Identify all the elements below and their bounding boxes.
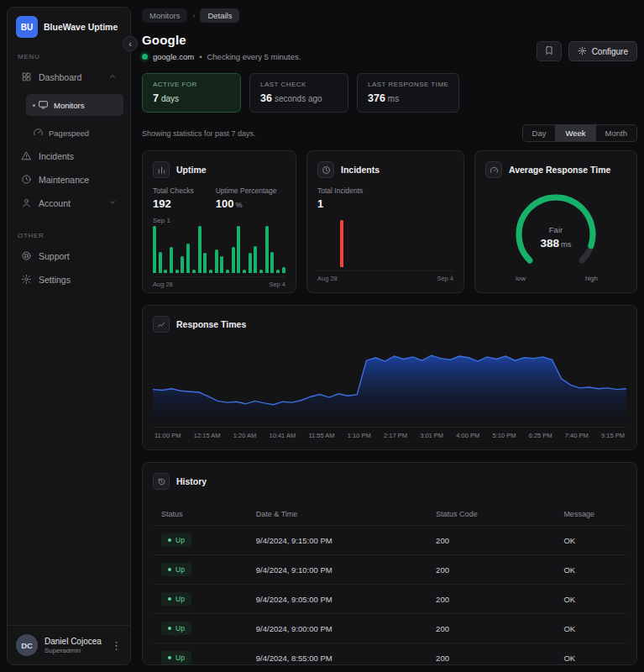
sidebar-header: BU BlueWave Uptime (8, 16, 130, 38)
range-day[interactable]: Day (523, 125, 556, 141)
chart-bar (220, 256, 223, 273)
sidebar-item-settings[interactable]: Settings (14, 269, 123, 291)
column-header: Status Code (427, 503, 555, 526)
clock-icon (21, 174, 32, 186)
chart-bar (265, 226, 269, 273)
monitor-icon (38, 99, 49, 112)
row-message: OK (555, 526, 626, 555)
response-times-chart[interactable] (153, 341, 626, 422)
range-month[interactable]: Month (595, 125, 636, 141)
warning-icon (21, 150, 32, 163)
row-message: OK (555, 585, 626, 614)
axis-label: 1:10 PM (348, 432, 371, 439)
sidebar-item-label: Account (39, 198, 71, 208)
row-message: OK (555, 614, 626, 643)
chart-bar (164, 270, 167, 273)
axis-label: 3:01 PM (420, 432, 443, 439)
sidebar-item-label: Maintenance (39, 175, 89, 185)
sidebar-item-account[interactable]: Account (14, 192, 123, 214)
chart-bar (243, 270, 246, 273)
status-badge: Up (161, 651, 191, 664)
status-dot (168, 568, 171, 571)
incidents-bar-chart[interactable] (317, 220, 453, 267)
chart-bar (175, 270, 179, 273)
gear-icon (578, 46, 587, 57)
response-x-axis: 11:00 PM12:15 AM1:20 AM10:41 AM11:55 AM1… (153, 427, 626, 439)
gauge-progress-arc (519, 197, 593, 260)
charts-row: Uptime Total Checks 192 Uptime Percentag… (142, 150, 637, 293)
gauge-low-label: low (516, 275, 526, 282)
tree-dot (33, 104, 35, 107)
axis-label: Aug 28 (317, 275, 338, 282)
row-status-code: 200 (427, 555, 555, 585)
stats-note: Showing statistics for past 7 days. (142, 129, 256, 138)
bookmark-icon (544, 45, 554, 58)
response-times-card: Response Times 11:00 PM12:15 AM1:20 AM10… (142, 305, 637, 450)
sidebar-collapse-button[interactable]: ‹ (123, 36, 138, 51)
stats-row: ACTIVE FOR 7days LAST CHECK 36seconds ag… (142, 73, 637, 113)
range-week[interactable]: Week (555, 125, 594, 141)
axis-label: 11:00 PM (154, 432, 181, 439)
trend-icon (153, 316, 170, 333)
chart-bar (209, 270, 212, 273)
gauge-high-label: high (585, 275, 598, 282)
chart-annotation: Sep 1 (153, 217, 285, 224)
axis-label: 11:55 AM (308, 432, 334, 439)
kebab-icon: ⋮ (111, 639, 122, 652)
breadcrumb-monitors[interactable]: Monitors (142, 8, 187, 23)
axis-label: Sep 4 (269, 281, 285, 288)
chevron-up-icon (108, 72, 117, 82)
axis-label: 6:25 PM (529, 432, 552, 439)
sidebar-item-label: Pagespeed (49, 129, 89, 138)
status-badge: Up (161, 563, 191, 576)
row-datetime: 9/4/2024, 9:10:00 PM (248, 555, 427, 585)
chart-bar (340, 220, 343, 267)
history-table: Status Date & Time Status Code Message U… (153, 503, 626, 672)
sidebar-item-dashboard[interactable]: Dashboard (14, 66, 123, 88)
chart-bar (276, 270, 280, 273)
chevron-left-icon: ‹ (128, 39, 132, 49)
history-card: History Status Date & Time Status Code M… (142, 462, 637, 665)
card-title: Average Response Time (509, 165, 610, 175)
axis-label: 7:40 PM (565, 432, 589, 439)
monitor-url: google.com (153, 52, 194, 61)
table-row: Up9/4/2024, 9:10:00 PM200OK (153, 555, 626, 585)
row-datetime: 9/4/2024, 9:05:00 PM (248, 585, 427, 614)
card-title: History (176, 476, 207, 486)
sidebar-item-monitors[interactable]: Monitors (26, 94, 123, 116)
breadcrumb: Monitors › Details (142, 8, 637, 23)
chart-bar (181, 256, 184, 273)
chart-bar (282, 267, 285, 273)
dot-separator: • (199, 52, 202, 61)
sidebar-item-label: Incidents (39, 151, 74, 161)
uptime-bar-chart[interactable] (153, 226, 285, 273)
table-row: Up9/4/2024, 9:15:00 PM200OK (153, 526, 626, 555)
bookmark-button[interactable] (537, 41, 562, 61)
user-menu-button[interactable]: ⋮ (111, 639, 122, 652)
user-icon (21, 197, 32, 210)
chart-bar (270, 252, 274, 273)
breadcrumb-separator: › (192, 12, 195, 20)
gauge-chart (510, 188, 602, 276)
axis-label: 9:15 PM (601, 432, 625, 439)
configure-button[interactable]: Configure (568, 41, 637, 61)
card-title: Response Times (176, 319, 246, 329)
sidebar-item-pagespeed[interactable]: Pagespeed (26, 122, 123, 144)
app-root: ‹ BU BlueWave Uptime MENU Dashboard Moni… (0, 0, 644, 672)
row-message: OK (555, 643, 626, 672)
stat-last-check: LAST CHECK 36seconds ago (249, 73, 348, 113)
sidebar-item-maintenance[interactable]: Maintenance (14, 169, 123, 191)
user-role: Superadmin (45, 647, 102, 654)
row-message: OK (555, 555, 626, 585)
gear-icon (21, 274, 32, 286)
sidebar-item-support[interactable]: Support (14, 245, 123, 267)
chart-bar (170, 247, 173, 273)
note-row: Showing statistics for past 7 days. Day … (142, 124, 637, 142)
chart-bar (215, 249, 218, 273)
card-title: Incidents (341, 165, 380, 175)
sidebar-item-incidents[interactable]: Incidents (14, 145, 123, 167)
status-badge: Up (161, 592, 191, 606)
row-datetime: 9/4/2024, 8:55:00 PM (248, 643, 427, 672)
breadcrumb-details[interactable]: Details (200, 8, 239, 23)
app-logo: BU (16, 16, 38, 38)
